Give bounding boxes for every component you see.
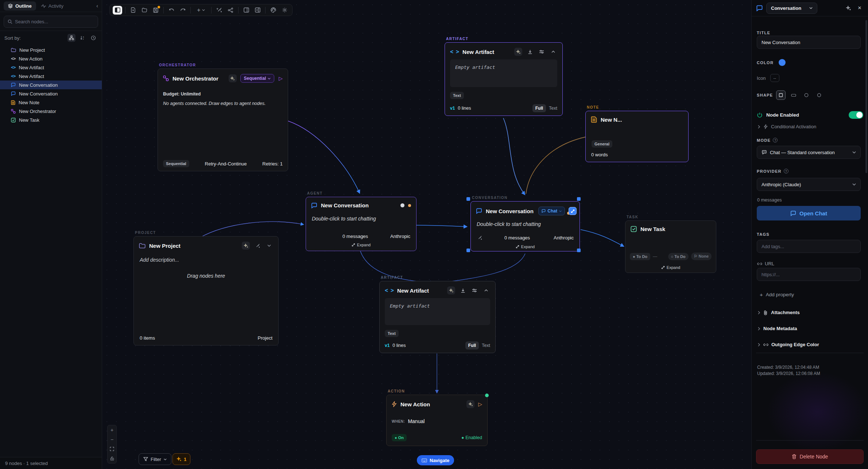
tab-outline[interactable]: Outline: [4, 1, 36, 11]
selection-handle[interactable]: [466, 197, 470, 201]
lock-button[interactable]: [108, 454, 116, 463]
node-type-dropdown[interactable]: Conversation: [766, 3, 817, 14]
search-input[interactable]: [15, 19, 94, 24]
add-node-button[interactable]: +: [194, 6, 208, 15]
chevron-up-icon[interactable]: [482, 286, 490, 294]
attachments-section-toggle[interactable]: Attachments: [757, 310, 800, 315]
outline-item-orchestrator[interactable]: New Orchestrator: [0, 107, 102, 116]
artifact-body[interactable]: Empty artifact: [385, 298, 490, 325]
view-text-toggle[interactable]: Text: [482, 343, 490, 348]
right-panel-toggle-button[interactable]: [241, 6, 251, 15]
expand-button[interactable]: Expand: [625, 265, 716, 270]
download-icon[interactable]: [526, 48, 534, 56]
outline-item-note[interactable]: New Note: [0, 98, 102, 107]
sliders-icon[interactable]: [470, 286, 478, 294]
tab-activity[interactable]: Activity: [41, 3, 63, 9]
expand-button[interactable]: Expand: [306, 243, 416, 247]
artifact-body[interactable]: Empty artifact: [450, 59, 557, 87]
edge-color-section-toggle[interactable]: Outgoing Edge Color: [757, 342, 819, 347]
orchestrator-mode-dropdown[interactable]: Sequential: [240, 74, 275, 83]
settings-gear-button[interactable]: [280, 6, 289, 15]
add-property-button[interactable]: + Add property: [760, 292, 794, 298]
selection-handle[interactable]: [466, 249, 470, 252]
redo-button[interactable]: [178, 6, 187, 15]
chevron-up-icon[interactable]: [549, 48, 557, 56]
mode-select[interactable]: Chat — Standard conversation: [757, 146, 861, 159]
outline-item-artifact[interactable]: <> New Artifact: [0, 72, 102, 81]
tags-input[interactable]: [757, 240, 861, 253]
chat-mode-dropdown[interactable]: Chat: [538, 207, 565, 215]
flag-pill[interactable]: ⚐ None: [691, 253, 712, 260]
shape-hexagon-button[interactable]: [814, 90, 824, 100]
sort-recent-button[interactable]: [89, 34, 97, 42]
delete-node-button[interactable]: Delete Node: [756, 449, 864, 464]
fit-view-button[interactable]: [108, 444, 116, 454]
run-action-button[interactable]: ▷: [478, 401, 482, 407]
shape-square-button[interactable]: [776, 90, 786, 100]
sparkle-ai-button[interactable]: [242, 242, 250, 250]
view-full-toggle[interactable]: Full: [532, 104, 546, 112]
color-swatch[interactable]: [779, 59, 786, 66]
view-full-toggle[interactable]: Full: [465, 341, 479, 349]
open-folder-button[interactable]: [140, 6, 149, 15]
node-task[interactable]: TASK New Task ● To Do — ○ To Do ⚐ None E…: [625, 220, 716, 273]
sparkle-ai-button[interactable]: [447, 286, 455, 294]
conditional-activation-toggle[interactable]: Conditional Activation: [757, 124, 816, 129]
zoom-out-button[interactable]: −: [108, 435, 116, 444]
sparkle-ai-button[interactable]: [229, 74, 237, 82]
toggle-sidebar-button[interactable]: [113, 6, 122, 15]
metadata-section-toggle[interactable]: Node Metadata: [757, 326, 797, 331]
when-value[interactable]: Manual: [408, 418, 425, 424]
node-agent-conversation[interactable]: AGENT New Conversation Double-click to s…: [306, 197, 416, 251]
outline-item-conversation-selected[interactable]: New Conversation: [0, 81, 102, 89]
theme-palette-button[interactable]: [268, 6, 278, 15]
expand-button[interactable]: Expand: [471, 245, 580, 249]
save-button[interactable]: [151, 6, 160, 15]
ai-suggestions-badge[interactable]: 1: [173, 453, 190, 465]
project-description[interactable]: Add description...: [134, 252, 278, 263]
outline-item-artifact[interactable]: <> New Artifact: [0, 63, 102, 72]
node-action[interactable]: ACTION New Action ▷ WHEN: Manual ● On ● …: [386, 395, 488, 446]
node-artifact-top[interactable]: ARTIFACT < > New Artifact Empty artifact…: [445, 42, 563, 116]
node-conversation-selected[interactable]: CONVERSATION New Conversation Chat Doubl…: [470, 201, 580, 251]
navigate-button[interactable]: Navigate: [417, 455, 454, 465]
undo-button[interactable]: [167, 6, 176, 15]
magic-wand-icon[interactable]: [214, 6, 224, 15]
sliders-icon[interactable]: [538, 48, 546, 56]
task-status-badge[interactable]: ● To Do: [630, 253, 650, 260]
outline-item-project[interactable]: New Project: [0, 46, 102, 54]
graph-canvas[interactable]: + ORCHESTRATOR New Orchestrator Sequenti…: [102, 0, 751, 469]
open-fullscreen-button[interactable]: [569, 207, 577, 215]
outline-item-action[interactable]: <> New Action: [0, 54, 102, 63]
sparkle-ai-button[interactable]: [844, 4, 852, 12]
sparkle-ai-button[interactable]: [514, 48, 522, 56]
outline-item-conversation[interactable]: New Conversation: [0, 89, 102, 98]
download-icon[interactable]: [459, 286, 467, 294]
selection-handle[interactable]: [577, 249, 581, 252]
todo-pill[interactable]: ○ To Do: [668, 253, 689, 260]
magic-wand-icon[interactable]: [477, 234, 483, 242]
node-enabled-toggle[interactable]: [849, 111, 863, 119]
title-input[interactable]: [757, 36, 861, 49]
url-input[interactable]: [757, 268, 861, 281]
collapse-sidebar-icon[interactable]: ‹: [96, 3, 98, 9]
icon-picker-button[interactable]: --: [770, 74, 779, 82]
share-icon[interactable]: [226, 6, 235, 15]
zoom-in-button[interactable]: +: [108, 425, 116, 435]
panel-scrollbar[interactable]: [865, 20, 867, 173]
selection-handle[interactable]: [577, 197, 581, 201]
magic-wand-icon[interactable]: [253, 242, 261, 250]
provider-select[interactable]: Anthropic (Claude): [757, 178, 861, 191]
outline-item-task[interactable]: New Task: [0, 116, 102, 124]
collapse-panel-button[interactable]: [253, 6, 262, 15]
open-chat-button[interactable]: Open Chat: [757, 206, 861, 220]
node-artifact-bottom[interactable]: ARTIFACT < > New Artifact Empty artifact…: [379, 281, 496, 353]
sort-alpha-button[interactable]: az: [78, 34, 86, 42]
close-panel-button[interactable]: ×: [856, 4, 864, 12]
node-note[interactable]: NOTE New N... General 0 words: [585, 111, 689, 162]
node-project[interactable]: PROJECT New Project Add description... D…: [133, 236, 279, 345]
shape-rectangle-button[interactable]: [789, 90, 798, 100]
new-file-button[interactable]: [128, 6, 138, 15]
view-text-toggle[interactable]: Text: [549, 106, 557, 111]
sort-hierarchy-button[interactable]: [67, 34, 75, 42]
